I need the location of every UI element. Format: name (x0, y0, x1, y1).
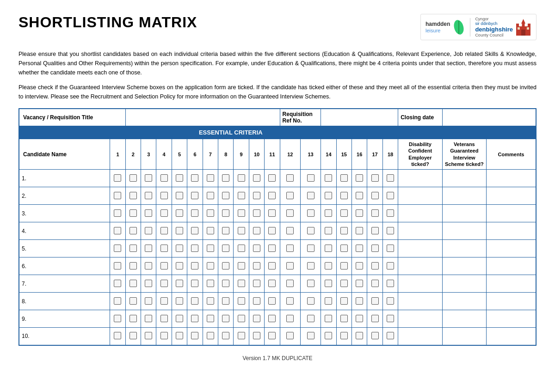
checkbox-row3-col13[interactable] (300, 205, 321, 222)
checkbox-box[interactable] (145, 315, 152, 322)
closing-value[interactable] (442, 109, 536, 126)
disability-cell-row9[interactable] (398, 310, 442, 328)
checkbox-box[interactable] (207, 332, 214, 339)
checkbox-box[interactable] (371, 315, 379, 322)
checkbox-row4-col18[interactable] (382, 222, 398, 240)
checkbox-row8-col9[interactable] (234, 293, 249, 310)
checkbox-row2-col7[interactable] (203, 187, 218, 205)
checkbox-box[interactable] (307, 297, 314, 305)
checkbox-box[interactable] (268, 227, 276, 234)
checkbox-box[interactable] (356, 332, 363, 339)
checkbox-box[interactable] (160, 297, 168, 305)
checkbox-box[interactable] (145, 174, 152, 182)
checkbox-box[interactable] (130, 209, 137, 217)
checkbox-row7-col10[interactable] (249, 275, 264, 293)
checkbox-box[interactable] (176, 192, 183, 199)
checkbox-box[interactable] (176, 245, 183, 252)
checkbox-row10-col17[interactable] (367, 328, 382, 345)
checkbox-row6-col7[interactable] (203, 257, 218, 275)
checkbox-row10-col8[interactable] (218, 328, 234, 345)
checkbox-box[interactable] (130, 227, 137, 234)
checkbox-row9-col5[interactable] (172, 310, 187, 328)
checkbox-row6-col13[interactable] (300, 257, 321, 275)
checkbox-row6-col4[interactable] (156, 257, 172, 275)
checkbox-row8-col7[interactable] (203, 293, 218, 310)
checkbox-box[interactable] (176, 174, 183, 182)
checkbox-row4-col15[interactable] (336, 222, 352, 240)
checkbox-box[interactable] (286, 174, 294, 182)
checkbox-row6-col1[interactable] (110, 257, 125, 275)
checkbox-row5-col16[interactable] (352, 240, 367, 257)
checkbox-box[interactable] (238, 280, 245, 287)
checkbox-box[interactable] (387, 209, 394, 217)
checkbox-row7-col15[interactable] (336, 275, 352, 293)
checkbox-box[interactable] (307, 332, 314, 339)
checkbox-row6-col10[interactable] (249, 257, 264, 275)
checkbox-box[interactable] (371, 332, 379, 339)
checkbox-box[interactable] (253, 315, 260, 322)
checkbox-row10-col3[interactable] (141, 328, 156, 345)
veterans-cell-row10[interactable] (442, 328, 486, 345)
checkbox-row5-col14[interactable] (321, 240, 336, 257)
checkbox-row7-col12[interactable] (280, 275, 300, 293)
checkbox-box[interactable] (114, 227, 121, 234)
checkbox-box[interactable] (286, 297, 294, 305)
checkbox-row1-col2[interactable] (125, 170, 141, 187)
checkbox-row1-col3[interactable] (141, 170, 156, 187)
checkbox-row5-col3[interactable] (141, 240, 156, 257)
checkbox-row9-col10[interactable] (249, 310, 264, 328)
checkbox-box[interactable] (238, 315, 245, 322)
checkbox-row4-col11[interactable] (265, 222, 280, 240)
checkbox-row5-col5[interactable] (172, 240, 187, 257)
checkbox-row5-col15[interactable] (336, 240, 352, 257)
checkbox-box[interactable] (176, 332, 183, 339)
checkbox-box[interactable] (371, 262, 379, 270)
checkbox-row1-col9[interactable] (234, 170, 249, 187)
checkbox-box[interactable] (145, 192, 152, 199)
veterans-cell-row3[interactable] (442, 205, 486, 222)
checkbox-row10-col12[interactable] (280, 328, 300, 345)
checkbox-box[interactable] (356, 315, 363, 322)
checkbox-box[interactable] (325, 315, 332, 322)
checkbox-row9-col7[interactable] (203, 310, 218, 328)
checkbox-box[interactable] (340, 227, 348, 234)
checkbox-box[interactable] (191, 262, 198, 270)
checkbox-box[interactable] (340, 297, 348, 305)
checkbox-box[interactable] (207, 262, 214, 270)
checkbox-row7-col3[interactable] (141, 275, 156, 293)
checkbox-row6-col6[interactable] (187, 257, 203, 275)
checkbox-box[interactable] (268, 245, 276, 252)
checkbox-box[interactable] (191, 209, 198, 217)
checkbox-row7-col16[interactable] (352, 275, 367, 293)
checkbox-row8-col16[interactable] (352, 293, 367, 310)
checkbox-row1-col16[interactable] (352, 170, 367, 187)
veterans-cell-row2[interactable] (442, 187, 486, 205)
checkbox-row4-col3[interactable] (141, 222, 156, 240)
checkbox-box[interactable] (286, 209, 294, 217)
checkbox-box[interactable] (340, 262, 348, 270)
checkbox-row3-col15[interactable] (336, 205, 352, 222)
checkbox-row4-col16[interactable] (352, 222, 367, 240)
checkbox-box[interactable] (160, 315, 168, 322)
checkbox-row4-col6[interactable] (187, 222, 203, 240)
checkbox-row9-col1[interactable] (110, 310, 125, 328)
vacancy-value[interactable] (125, 109, 280, 126)
checkbox-box[interactable] (176, 280, 183, 287)
checkbox-row10-col11[interactable] (265, 328, 280, 345)
checkbox-row6-col8[interactable] (218, 257, 234, 275)
checkbox-row2-col11[interactable] (265, 187, 280, 205)
checkbox-row8-col4[interactable] (156, 293, 172, 310)
checkbox-row3-col2[interactable] (125, 205, 141, 222)
checkbox-row5-col8[interactable] (218, 240, 234, 257)
checkbox-row2-col9[interactable] (234, 187, 249, 205)
checkbox-row8-col11[interactable] (265, 293, 280, 310)
checkbox-box[interactable] (356, 297, 363, 305)
checkbox-box[interactable] (222, 332, 229, 339)
checkbox-box[interactable] (130, 297, 137, 305)
checkbox-box[interactable] (191, 315, 198, 322)
checkbox-row6-col12[interactable] (280, 257, 300, 275)
checkbox-row1-col6[interactable] (187, 170, 203, 187)
checkbox-row9-col17[interactable] (367, 310, 382, 328)
disability-cell-row4[interactable] (398, 222, 442, 240)
checkbox-box[interactable] (130, 315, 137, 322)
